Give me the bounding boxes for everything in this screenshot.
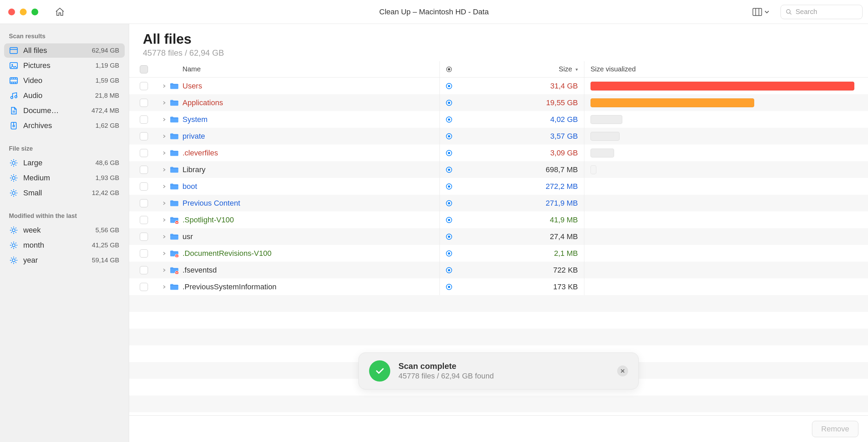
file-row[interactable]: Applications19,55 GB bbox=[129, 94, 868, 111]
file-row[interactable]: .fseventsd722 KB bbox=[129, 262, 868, 278]
sidebar-item-month[interactable]: month41,25 GB bbox=[4, 238, 125, 252]
file-size: 27,4 MB bbox=[458, 228, 584, 245]
sidebar-item-pictures[interactable]: Pictures1,19 GB bbox=[4, 58, 125, 73]
column-header-viz[interactable]: Size visualized bbox=[584, 65, 854, 73]
file-row[interactable]: Library698,7 MB bbox=[129, 161, 868, 178]
file-row[interactable]: .DocumentRevisions-V1002,1 MB bbox=[129, 245, 868, 262]
sidebar-item-audio[interactable]: Audio21,8 MB bbox=[4, 88, 125, 103]
row-checkbox[interactable] bbox=[140, 216, 148, 224]
size-visualized bbox=[584, 195, 854, 211]
chevron-right-icon bbox=[162, 184, 166, 189]
file-row[interactable]: private3,57 GB bbox=[129, 128, 868, 144]
location-status-icon[interactable] bbox=[439, 178, 458, 195]
chevron-right-icon bbox=[162, 201, 166, 205]
search-field[interactable] bbox=[781, 5, 863, 19]
sidebar-item-archives[interactable]: Archives1,62 GB bbox=[4, 119, 125, 133]
location-status-icon[interactable] bbox=[439, 245, 458, 262]
row-checkbox[interactable] bbox=[140, 233, 148, 241]
sidebar-item-docume-[interactable]: Docume…472,4 MB bbox=[4, 103, 125, 118]
sidebar-item-value: 21,8 MB bbox=[95, 92, 119, 99]
row-checkbox[interactable] bbox=[140, 132, 148, 140]
row-checkbox[interactable] bbox=[140, 166, 148, 174]
location-status-icon[interactable] bbox=[439, 94, 458, 111]
expand-toggle[interactable] bbox=[159, 134, 169, 138]
expand-toggle[interactable] bbox=[159, 168, 169, 172]
expand-toggle[interactable] bbox=[159, 251, 169, 255]
location-status-icon[interactable] bbox=[439, 128, 458, 144]
file-row[interactable]: Users31,4 GB bbox=[129, 78, 868, 94]
row-checkbox[interactable] bbox=[140, 115, 148, 124]
location-status-icon[interactable] bbox=[439, 262, 458, 278]
file-name: .cleverfiles bbox=[182, 149, 439, 157]
toast-title: Scan complete bbox=[398, 361, 494, 371]
column-header-size[interactable]: Size ▾ bbox=[458, 61, 584, 77]
home-button[interactable] bbox=[55, 7, 65, 17]
file-name: boot bbox=[182, 182, 439, 191]
location-status-icon[interactable] bbox=[439, 111, 458, 128]
sidebar-item-year[interactable]: year59,14 GB bbox=[4, 253, 125, 267]
location-status-icon[interactable] bbox=[439, 228, 458, 245]
sidebar-item-value: 1,62 GB bbox=[95, 122, 119, 129]
row-checkbox[interactable] bbox=[140, 283, 148, 291]
chevron-right-icon bbox=[162, 134, 166, 138]
sidebar-item-large[interactable]: Large48,6 GB bbox=[4, 156, 125, 170]
folder-icon bbox=[169, 283, 182, 291]
toast-close-button[interactable] bbox=[617, 365, 628, 376]
file-name: usr bbox=[182, 232, 439, 241]
sidebar-item-video[interactable]: Video1,59 GB bbox=[4, 73, 125, 88]
location-status-icon[interactable] bbox=[439, 161, 458, 178]
expand-toggle[interactable] bbox=[159, 235, 169, 239]
expand-toggle[interactable] bbox=[159, 101, 169, 105]
file-row[interactable]: .Spotlight-V10041,9 MB bbox=[129, 211, 868, 228]
expand-toggle[interactable] bbox=[159, 184, 169, 189]
expand-toggle[interactable] bbox=[159, 84, 169, 88]
location-status-icon[interactable] bbox=[439, 78, 458, 94]
remove-button[interactable]: Remove bbox=[812, 421, 858, 437]
file-size: 3,09 GB bbox=[458, 144, 584, 161]
location-status-icon[interactable] bbox=[439, 211, 458, 228]
view-options-button[interactable] bbox=[750, 6, 772, 17]
expand-toggle[interactable] bbox=[159, 218, 169, 222]
sidebar-item-medium[interactable]: Medium1,93 GB bbox=[4, 171, 125, 185]
location-status-icon[interactable] bbox=[439, 278, 458, 295]
expand-toggle[interactable] bbox=[159, 201, 169, 205]
expand-toggle[interactable] bbox=[159, 118, 169, 122]
expand-toggle[interactable] bbox=[159, 151, 169, 155]
location-status-icon[interactable] bbox=[439, 195, 458, 211]
expand-toggle[interactable] bbox=[159, 268, 169, 272]
file-row[interactable]: boot272,2 MB bbox=[129, 178, 868, 195]
sidebar-item-week[interactable]: week5,56 GB bbox=[4, 223, 125, 237]
file-row[interactable]: .cleverfiles3,09 GB bbox=[129, 144, 868, 161]
column-header-status[interactable] bbox=[439, 61, 458, 77]
search-input[interactable] bbox=[796, 8, 857, 16]
file-row[interactable]: .PreviousSystemInformation173 KB bbox=[129, 278, 868, 295]
row-checkbox[interactable] bbox=[140, 149, 148, 157]
file-row[interactable]: System4,02 GB bbox=[129, 111, 868, 128]
column-header-name[interactable]: Name bbox=[182, 65, 439, 73]
size-visualized bbox=[584, 278, 854, 295]
row-checkbox[interactable] bbox=[140, 249, 148, 258]
svg-point-27 bbox=[448, 152, 450, 154]
location-status-icon[interactable] bbox=[439, 144, 458, 161]
file-size: 2,1 MB bbox=[458, 245, 584, 262]
expand-toggle[interactable] bbox=[159, 285, 169, 289]
file-name: Users bbox=[182, 82, 439, 91]
close-window-button[interactable] bbox=[8, 9, 15, 15]
folder-icon bbox=[169, 82, 182, 90]
file-row[interactable]: usr27,4 MB bbox=[129, 228, 868, 245]
minimize-window-button[interactable] bbox=[20, 9, 27, 15]
maximize-window-button[interactable] bbox=[31, 9, 38, 15]
row-checkbox[interactable] bbox=[140, 199, 148, 207]
select-all-checkbox[interactable] bbox=[140, 65, 148, 73]
sidebar-item-all-files[interactable]: All files62,94 GB bbox=[4, 43, 125, 58]
sidebar-item-small[interactable]: Small12,42 GB bbox=[4, 186, 125, 200]
svg-rect-35 bbox=[176, 222, 178, 223]
row-checkbox[interactable] bbox=[140, 82, 148, 90]
chevron-right-icon bbox=[162, 151, 166, 155]
row-checkbox[interactable] bbox=[140, 182, 148, 191]
gear-icon bbox=[9, 255, 18, 265]
row-checkbox[interactable] bbox=[140, 266, 148, 274]
row-checkbox[interactable] bbox=[140, 99, 148, 107]
file-row[interactable]: Previous Content271,9 MB bbox=[129, 195, 868, 211]
picture-icon bbox=[9, 61, 18, 70]
